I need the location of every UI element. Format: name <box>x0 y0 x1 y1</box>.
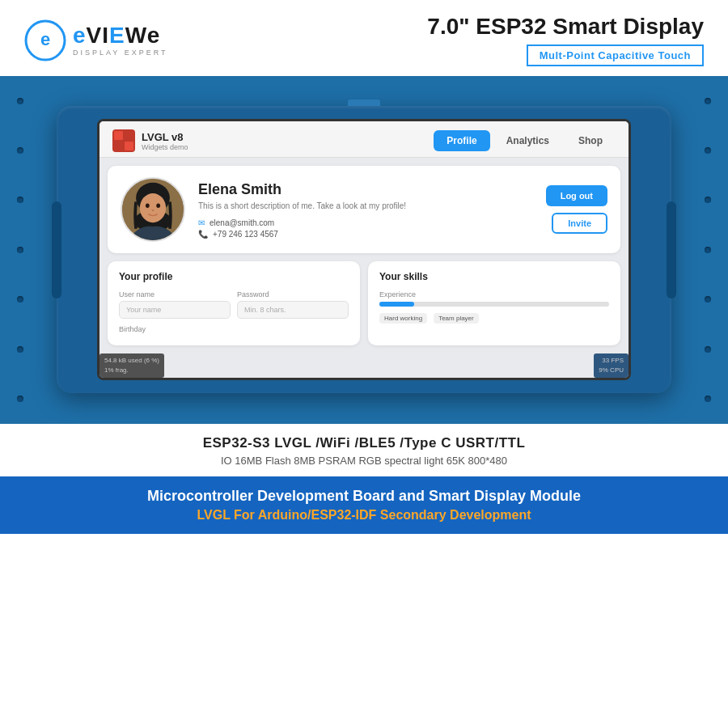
app-logo-icon <box>112 129 135 152</box>
username-input[interactable]: Your name <box>119 301 231 319</box>
hole <box>705 147 711 154</box>
your-profile-card: Your profile User name Your name Passwor… <box>108 261 360 345</box>
username-field-group: User name Your name <box>119 290 231 325</box>
left-mounting-holes <box>8 76 32 424</box>
app-name: LVGL v8 <box>142 131 188 144</box>
tab-shop[interactable]: Shop <box>565 130 616 151</box>
right-mounting-holes <box>696 76 720 424</box>
nav-tabs[interactable]: Profile Analytics Shop <box>434 130 616 151</box>
top-header: e eVIEWe DISPLAY EXPERT 7.0" ESP32 Smart… <box>0 0 728 76</box>
invite-button[interactable]: Invite <box>552 213 607 234</box>
logout-button[interactable]: Log out <box>546 185 607 206</box>
your-skills-card: Your skills Experience Hard working Team… <box>368 261 620 345</box>
product-title-area: 7.0" ESP32 Smart Display Mult-Point Capa… <box>427 15 704 66</box>
experience-progress-fill <box>379 302 414 307</box>
your-profile-title: Your profile <box>119 271 349 282</box>
app-logo: LVGL v8 Widgets demo <box>112 129 188 152</box>
contact-email: ✉ elena@smith.com <box>198 218 533 227</box>
screen-header: LVGL v8 Widgets demo Profile Analytics S… <box>99 121 629 158</box>
svg-rect-3 <box>125 131 133 140</box>
top-connector <box>348 99 380 106</box>
status-overlay: 54.8 kB used (6 %) 1% frag. 33 FPS 9% CP… <box>99 353 629 378</box>
status-left: 54.8 kB used (6 %) 1% frag. <box>99 353 164 378</box>
hole <box>705 98 711 104</box>
banner-title: Microcontroller Development Board and Sm… <box>24 488 704 505</box>
tab-analytics[interactable]: Analytics <box>493 130 562 151</box>
status-fps: 33 FPS <box>599 356 624 366</box>
svg-rect-5 <box>125 142 133 150</box>
hole <box>705 296 711 303</box>
banner-prefix: LVGL For Arduino/ESP32-IDF <box>197 508 379 522</box>
brand-text: eVIEWe DISPLAY EXPERT <box>73 24 168 57</box>
app-name-text: LVGL v8 Widgets demo <box>142 131 188 152</box>
hole <box>17 296 23 303</box>
profile-actions: Log out Invite <box>546 185 607 234</box>
hole <box>705 346 711 353</box>
profile-contact: ✉ elena@smith.com 📞 +79 246 123 4567 <box>198 218 533 239</box>
hole <box>705 247 711 253</box>
password-input[interactable]: Min. 8 chars. <box>237 301 349 319</box>
status-memory: 54.8 kB used (6 %) <box>104 356 159 366</box>
avatar <box>121 177 185 242</box>
hole <box>17 396 23 402</box>
svg-rect-4 <box>114 142 123 150</box>
contact-phone: 📞 +79 246 123 4567 <box>198 230 533 239</box>
birthday-label: Birthday <box>119 325 349 333</box>
banner-highlight: Secondary Development <box>380 508 531 522</box>
status-frag: 1% frag. <box>104 366 159 375</box>
brand-logo-icon: e <box>24 19 66 61</box>
touch-badge: Mult-Point Capacitive Touch <box>527 44 704 66</box>
specs-section: ESP32-S3 LVGL /WiFi /BLE5 /Type C USRT/T… <box>0 424 728 476</box>
profile-name: Elena Smith <box>198 181 533 198</box>
profile-description: This is a short description of me. Take … <box>198 201 533 212</box>
experience-progress-bar <box>379 302 609 307</box>
svg-point-10 <box>146 204 150 208</box>
skill-tag-2: Team player <box>434 313 479 324</box>
svg-point-12 <box>152 210 154 211</box>
bottom-banner: Microcontroller Development Board and Sm… <box>0 476 728 534</box>
hole <box>17 197 23 203</box>
hole <box>17 98 23 104</box>
username-label: User name <box>119 290 231 298</box>
svg-rect-2 <box>114 131 123 140</box>
brand-logo: e eVIEWe DISPLAY EXPERT <box>24 19 168 61</box>
app-sub: Widgets demo <box>142 143 188 151</box>
hole <box>705 197 711 203</box>
skill-tag-1: Hard working <box>379 313 427 324</box>
phone-icon: 📞 <box>198 230 208 239</box>
status-cpu: 9% CPU <box>599 366 624 375</box>
brand-name: eVIEWe <box>73 24 168 47</box>
product-title: 7.0" ESP32 Smart Display <box>427 15 704 40</box>
svg-text:e: e <box>40 29 50 49</box>
email-icon: ✉ <box>198 218 205 227</box>
hole <box>17 147 23 154</box>
experience-label: Experience <box>379 290 609 298</box>
skills-tags: Hard working Team player <box>379 313 609 324</box>
brand-sub: DISPLAY EXPERT <box>73 49 168 57</box>
status-right: 33 FPS 9% CPU <box>594 353 629 378</box>
banner-subtitle: LVGL For Arduino/ESP32-IDF Secondary Dev… <box>24 508 704 523</box>
specs-line1: ESP32-S3 LVGL /WiFi /BLE5 /Type C USRT/T… <box>24 435 704 451</box>
device-screen: LVGL v8 Widgets demo Profile Analytics S… <box>97 119 631 380</box>
profile-fields-row: User name Your name Password Min. 8 char… <box>119 290 349 325</box>
tab-profile[interactable]: Profile <box>434 130 489 151</box>
profile-info: Elena Smith This is a short description … <box>198 181 533 239</box>
profile-card: Elena Smith This is a short description … <box>108 166 620 253</box>
password-label: Password <box>237 290 349 298</box>
your-skills-title: Your skills <box>379 271 609 282</box>
svg-point-9 <box>140 193 166 222</box>
bottom-cards: Your profile User name Your name Passwor… <box>108 261 620 345</box>
device-section: LVGL v8 Widgets demo Profile Analytics S… <box>0 76 728 424</box>
specs-line2: IO 16MB Flash 8MB PSRAM RGB spectral lig… <box>24 455 704 467</box>
hole <box>17 247 23 253</box>
hole <box>17 346 23 353</box>
device-frame: LVGL v8 Widgets demo Profile Analytics S… <box>57 106 671 393</box>
hole <box>705 396 711 402</box>
password-field-group: Password Min. 8 chars. <box>237 290 349 325</box>
svg-point-11 <box>156 204 160 208</box>
screen-ui: LVGL v8 Widgets demo Profile Analytics S… <box>99 121 629 378</box>
